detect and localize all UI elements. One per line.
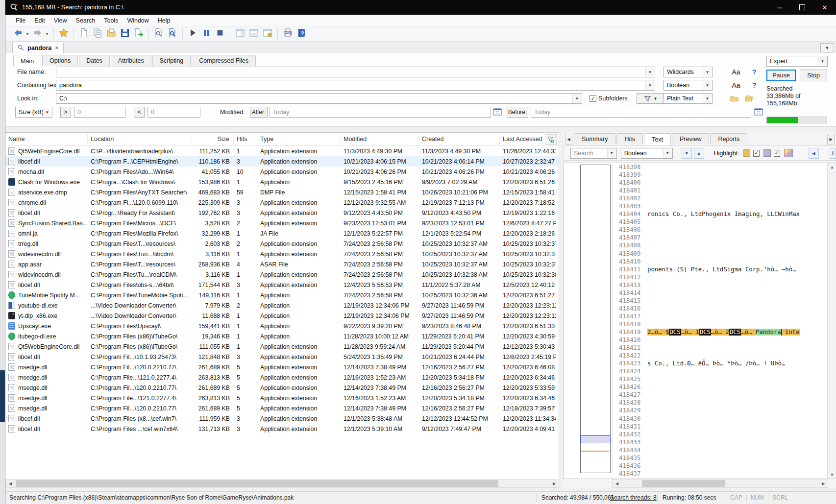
chevron-down-icon[interactable]: ▼ [703, 68, 712, 76]
table-row[interactable]: itubego-dl.exeC:\Program Files (x86)\iTu… [5, 331, 559, 341]
scrollbar-thumb[interactable] [642, 480, 725, 487]
panel-tab-preview[interactable]: Preview [672, 133, 709, 144]
chevron-down-icon[interactable]: ▼ [645, 68, 654, 76]
chevron-down-icon[interactable]: ▼ [645, 81, 654, 90]
table-row[interactable]: libcef.dllC:\Program Fil...\10.1.93.2547… [5, 352, 559, 362]
menu-window[interactable]: Window [123, 16, 153, 25]
scroll-left-icon[interactable]: ◀ [6, 480, 15, 487]
tab-close-icon[interactable]: × [55, 45, 58, 51]
chevron-down-icon[interactable]: ▼ [818, 57, 827, 66]
table-row[interactable]: app.asarC:\Program Files\T...\resources\… [5, 259, 559, 269]
menu-file[interactable]: File [11, 16, 30, 25]
text-viewer[interactable]: 4183984183994184004184014184024184034184… [613, 163, 829, 479]
column-header-location[interactable]: Location [88, 134, 192, 144]
menu-edit[interactable]: Edit [30, 16, 49, 25]
highlight-checkbox-1[interactable]: ✓ [753, 150, 760, 157]
tab-list-dropdown[interactable]: ▼ [820, 43, 834, 52]
tab-scripting[interactable]: Scripting [152, 55, 191, 66]
search-document-index-button[interactable] [166, 27, 179, 40]
size-unit-select[interactable]: Size (kB)▼ [15, 107, 52, 118]
maximize-button[interactable] [791, 0, 813, 15]
table-row[interactable]: chrome.dllC:\Program Fi...\120.0.6099.11… [5, 197, 559, 208]
after-toggle[interactable]: After: [250, 107, 268, 118]
scroll-up-icon[interactable]: ▲ [828, 163, 836, 171]
table-row[interactable]: TuneMobie Spotify M...C:\Program Files\T… [5, 290, 559, 300]
table-row[interactable]: trreg.dllC:\Program Files\T...\resources… [5, 239, 559, 249]
previous-hit-button[interactable]: ▲ [694, 148, 704, 159]
chevron-down-icon[interactable]: ▼ [703, 94, 712, 103]
hit-search-input[interactable]: Search▼ [570, 148, 617, 159]
table-row[interactable]: libcef.dllC:\Program Files ...\cef.win7x… [5, 424, 559, 434]
search-tab-pandora[interactable]: pandora × [12, 42, 64, 53]
status-search-threads-link[interactable]: Search threads: 8 [605, 494, 657, 502]
back-button[interactable] [12, 27, 25, 40]
scrollbar-thumb[interactable] [16, 480, 498, 487]
table-row[interactable]: msedge.dllC:\Program Fil...\120.0.2210.7… [5, 383, 559, 393]
start-search-button[interactable] [186, 27, 199, 40]
minimize-button[interactable]: ─ [768, 0, 791, 15]
scroll-down-icon[interactable]: ▼ [828, 471, 836, 479]
open-search-button[interactable] [105, 27, 118, 40]
subfolders-checkbox[interactable]: ✓ [590, 95, 596, 102]
highlight-checkbox-2[interactable]: ✓ [774, 150, 780, 157]
size-max-input[interactable]: 0 [148, 107, 200, 118]
forward-button[interactable] [31, 27, 44, 40]
browse-folder-button[interactable] [728, 93, 740, 104]
after-date-input[interactable]: Today [270, 107, 491, 118]
layout-options-button[interactable] [261, 27, 274, 40]
panel-tab-summary[interactable]: Summary [574, 133, 615, 144]
table-row[interactable]: msedge.dllC:\Program File...\121.0.2277.… [5, 393, 559, 403]
pause-search-button[interactable] [200, 27, 213, 40]
file-name-help-icon[interactable]: ? [749, 67, 759, 77]
tab-dates[interactable]: Dates [79, 55, 110, 66]
panel-tab-reports[interactable]: Reports [710, 133, 747, 144]
new-search-button[interactable] [77, 27, 90, 40]
tab-attributes[interactable]: Attributes [111, 55, 151, 66]
table-row[interactable]: msedge.dllC:\Program File...\121.0.2277.… [5, 372, 559, 383]
panel-tab-hits[interactable]: Hits [616, 133, 643, 144]
layout-results-right-button[interactable] [234, 27, 246, 40]
table-row[interactable]: youtube-dl.exe...\Video Downloader Conve… [5, 300, 559, 311]
chevron-down-icon[interactable]: ▼ [663, 149, 672, 158]
folder-filter-button[interactable]: ▼ [637, 93, 665, 104]
back-menu-icon[interactable]: ▼ [25, 27, 30, 40]
menu-view[interactable]: View [49, 16, 72, 25]
tab-compressed-files[interactable]: Compressed Files [192, 55, 256, 66]
column-header-name[interactable]: Name [5, 134, 88, 144]
scroll-right-icon[interactable]: ▶ [550, 480, 559, 487]
table-row[interactable]: Upscayl.exeC:\Program Files\Upscayl\159,… [5, 321, 559, 331]
menu-search[interactable]: Search [72, 16, 100, 25]
table-row[interactable]: mocha.dllC:\Program Files\Ado...\Win64\4… [5, 167, 559, 177]
viewer-hscrollbar[interactable]: ◀ ▶ [612, 479, 828, 488]
forward-menu-icon[interactable]: ▼ [45, 27, 49, 40]
chevron-down-icon[interactable]: ▼ [607, 149, 616, 158]
panel-tab-text[interactable]: Text [644, 133, 671, 145]
size-gt-button[interactable]: > [60, 107, 71, 118]
pause-button[interactable]: Pause [766, 70, 796, 81]
header-filter-button[interactable] [545, 134, 557, 145]
save-search-button[interactable] [119, 27, 131, 40]
column-header-size[interactable]: Size [192, 134, 234, 144]
document-minimap[interactable] [580, 165, 611, 473]
scroll-right-icon[interactable]: ▶ [819, 480, 828, 487]
containing-help-icon[interactable]: ? [749, 80, 759, 91]
table-row[interactable]: yt-dlp_x86.exe...\Video Downloader Conve… [5, 311, 559, 321]
viewer-vscrollbar[interactable]: ▲ ▼ [827, 163, 836, 479]
calendar-icon[interactable] [754, 108, 763, 116]
column-header-type[interactable]: Type [257, 134, 341, 144]
menu-help[interactable]: Help [153, 16, 175, 25]
table-row[interactable]: widevinecdm.dllC:\Program Files\Tun...\l… [5, 249, 559, 259]
favorites-button[interactable] [57, 27, 70, 40]
table-row[interactable]: msedge.dllC:\Program Fil...\120.0.2210.7… [5, 403, 559, 413]
hit-search-mode-select[interactable]: Boolean▼ [621, 148, 673, 159]
file-name-mode-select[interactable]: Wildcards▼ [664, 67, 713, 77]
highlight-color-1[interactable] [743, 149, 750, 157]
containing-case-button[interactable]: Aa [730, 80, 742, 91]
minimap-viewport[interactable] [580, 435, 611, 443]
table-row[interactable]: Clash for Windows.exeC:\Progra...\Clash … [5, 177, 559, 187]
look-in-mode-select[interactable]: Plain Text▼ [664, 93, 713, 104]
table-row[interactable]: Qt5WebEngineCore.dllC:\Program Files (x8… [5, 341, 559, 352]
menu-tools[interactable]: Tools [99, 16, 123, 25]
table-row[interactable]: omni.jaC:\Program Files\Mozilla Firefox\… [5, 228, 559, 239]
clipped-nav-button[interactable]: ‖ [830, 148, 836, 159]
